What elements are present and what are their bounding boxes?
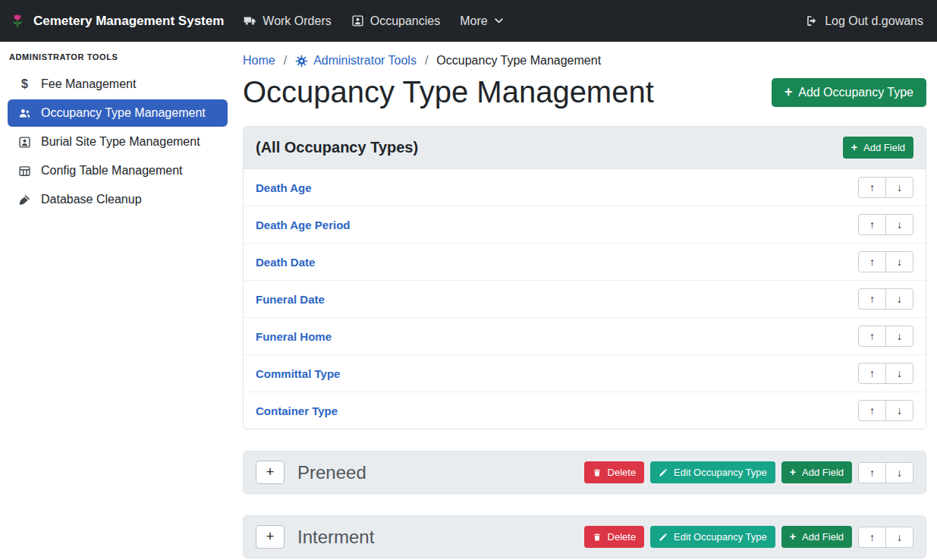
gear-icon [295, 55, 308, 68]
add-field-button[interactable]: + Add Field [781, 526, 852, 548]
plus-icon: + [790, 467, 796, 477]
move-down-button[interactable]: ↓ [885, 177, 913, 198]
breadcrumb-separator: / [284, 54, 287, 68]
sidebar-item-label: Config Table Management [41, 164, 183, 178]
field-link-death-date[interactable]: Death Date [256, 256, 315, 269]
edit-occupancy-type-button[interactable]: Edit Occupancy Type [650, 461, 775, 483]
field-link-committal-type[interactable]: Committal Type [256, 367, 340, 380]
app-brand[interactable]: Cemetery Management System [9, 13, 224, 30]
move-down-button[interactable]: ↓ [885, 214, 913, 235]
sidebar-item-burial-site-type-management[interactable]: Burial Site Type Management [8, 128, 228, 156]
logout-link[interactable]: Log Out d.gowans [806, 14, 923, 28]
move-up-button[interactable]: ↑ [858, 288, 886, 310]
move-down-button[interactable]: ↓ [885, 400, 913, 421]
move-button-group: ↑ ↓ [858, 462, 913, 483]
add-field-label: Add Field [863, 142, 905, 153]
nav-occupancies[interactable]: Occupancies [351, 14, 441, 28]
move-button-group: ↑ ↓ [858, 400, 913, 421]
sidebar-item-occupancy-type-management[interactable]: Occupancy Type Management [8, 99, 228, 127]
occupancy-type-title: Preneed [297, 462, 366, 483]
field-link-container-type[interactable]: Container Type [256, 404, 338, 417]
field-row: Death Date ↑ ↓ [244, 243, 926, 280]
top-navbar: Cemetery Management System Work Orders O… [0, 0, 937, 42]
logout-icon [806, 14, 819, 27]
add-occupancy-type-button[interactable]: + Add Occupancy Type [772, 78, 926, 107]
add-field-label: Add Field [802, 467, 844, 478]
move-up-button[interactable]: ↑ [858, 400, 886, 421]
dollar-icon: $ [18, 77, 31, 91]
truck-icon [244, 14, 256, 27]
move-down-button[interactable]: ↓ [885, 251, 913, 272]
move-up-button[interactable]: ↑ [858, 363, 886, 384]
move-up-button[interactable]: ↑ [858, 177, 886, 198]
move-up-button[interactable]: ↑ [858, 527, 886, 548]
group-actions: Delete Edit Occupancy Type + Add Field ↑… [584, 461, 913, 483]
move-down-button[interactable]: ↓ [885, 288, 913, 310]
users-icon [18, 107, 31, 120]
breadcrumb: Home / Administrator Tools / Occupancy T… [243, 54, 926, 68]
person-frame-icon [18, 136, 31, 149]
field-row: Funeral Date ↑ ↓ [244, 280, 926, 317]
delete-button[interactable]: Delete [584, 461, 645, 483]
occupancy-type-card-interment: + Interment Delete Edit Occupancy Type +… [243, 515, 926, 558]
breadcrumb-current: Occupancy Type Management [436, 54, 601, 68]
trash-icon [593, 468, 602, 477]
sidebar-item-label: Database Cleanup [41, 193, 142, 206]
add-field-button[interactable]: + Add Field [781, 461, 852, 483]
field-link-funeral-home[interactable]: Funeral Home [256, 330, 332, 343]
sidebar-item-config-table-management[interactable]: Config Table Management [8, 157, 228, 184]
move-down-button[interactable]: ↓ [885, 363, 913, 384]
breadcrumb-home-label: Home [243, 54, 275, 68]
field-row: Death Age Period ↑ ↓ [244, 206, 926, 243]
move-down-button[interactable]: ↓ [885, 527, 913, 548]
move-button-group: ↑ ↓ [858, 326, 913, 347]
field-link-death-age[interactable]: Death Age [256, 181, 312, 194]
move-up-button[interactable]: ↑ [858, 326, 886, 347]
trash-icon [593, 533, 602, 542]
breadcrumb-separator: / [425, 54, 428, 68]
move-down-button[interactable]: ↓ [885, 462, 913, 483]
occupancy-type-card-preneed: + Preneed Delete Edit Occupancy Type + A… [243, 451, 926, 494]
sidebar-item-database-cleanup[interactable]: Database Cleanup [8, 186, 228, 213]
sidebar-heading: Administrator Tools [8, 51, 228, 69]
sidebar-item-label: Fee Management [41, 77, 136, 91]
page-title: Occupancy Type Management [243, 75, 654, 109]
sidebar-item-fee-management[interactable]: $ Fee Management [8, 71, 228, 98]
move-up-button[interactable]: ↑ [858, 214, 886, 235]
breadcrumb-admin-tools-link[interactable]: Administrator Tools [295, 54, 417, 68]
main-content: Home / Administrator Tools / Occupancy T… [235, 42, 937, 560]
sidebar-item-label: Occupancy Type Management [41, 106, 206, 120]
expand-button[interactable]: + [256, 461, 285, 484]
field-row: Committal Type ↑ ↓ [244, 354, 926, 392]
breadcrumb-home-link[interactable]: Home [243, 54, 275, 68]
move-button-group: ↑ ↓ [858, 214, 913, 235]
app-title: Cemetery Management System [33, 14, 224, 29]
move-up-button[interactable]: ↑ [858, 462, 886, 483]
page-layout: Administrator Tools $ Fee Management Occ… [0, 42, 937, 560]
edit-occupancy-type-button[interactable]: Edit Occupancy Type [650, 526, 775, 548]
field-row: Death Age ↑ ↓ [244, 169, 926, 206]
title-row: Occupancy Type Management + Add Occupanc… [243, 75, 926, 109]
plus-icon: + [785, 86, 792, 99]
move-up-button[interactable]: ↑ [858, 251, 886, 272]
add-field-button[interactable]: + Add Field [843, 137, 913, 159]
all-types-card-header: (All Occupancy Types) + Add Field [244, 127, 926, 169]
field-row: Funeral Home ↑ ↓ [244, 317, 926, 354]
pencil-icon [659, 468, 668, 477]
move-down-button[interactable]: ↓ [885, 326, 913, 347]
all-occupancy-types-card: (All Occupancy Types) + Add Field Death … [243, 126, 926, 429]
nav-occupancies-label: Occupancies [370, 14, 441, 28]
field-link-funeral-date[interactable]: Funeral Date [256, 293, 325, 306]
plus-icon: + [851, 142, 857, 153]
broom-icon [18, 193, 31, 206]
move-button-group: ↑ ↓ [858, 288, 913, 310]
tulip-logo-icon [9, 13, 26, 30]
field-link-death-age-period[interactable]: Death Age Period [256, 219, 350, 231]
delete-button[interactable]: Delete [584, 526, 645, 548]
expand-button[interactable]: + [256, 525, 285, 549]
nav-more-dropdown[interactable]: More [460, 14, 503, 28]
add-field-label: Add Field [802, 531, 844, 543]
nav-work-orders[interactable]: Work Orders [244, 14, 331, 28]
field-row: Container Type ↑ ↓ [244, 392, 926, 429]
pencil-icon [659, 533, 668, 542]
